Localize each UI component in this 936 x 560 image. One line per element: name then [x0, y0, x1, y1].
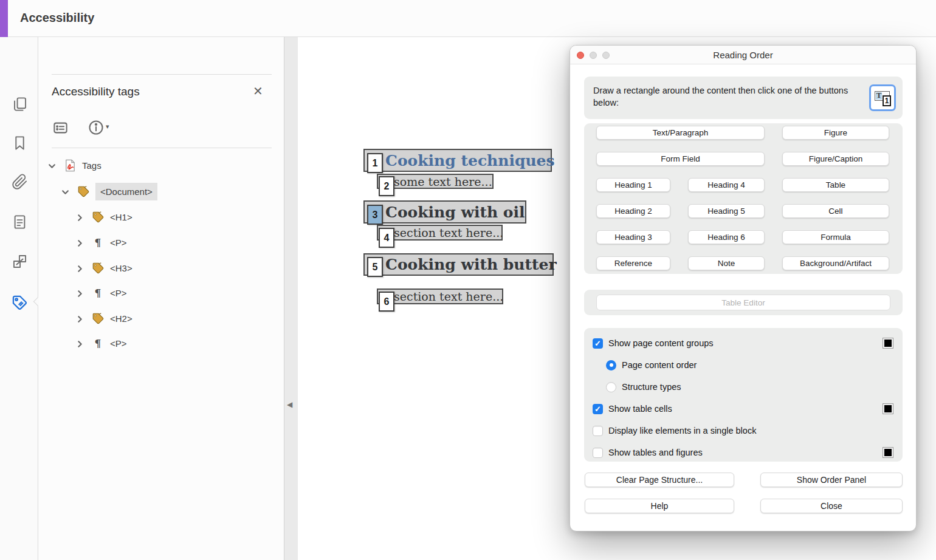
color-swatch[interactable] [883, 338, 893, 349]
option-label: Display like elements in a single block [608, 426, 756, 435]
heading-5-button[interactable]: Heading 5 [688, 204, 765, 218]
option-label: Show tables and figures [608, 448, 703, 457]
tree-label[interactable]: <H1> [110, 212, 132, 222]
tree-label-selected[interactable]: <Document> [95, 183, 157, 200]
chevron-right-icon[interactable] [76, 340, 84, 347]
content-icon[interactable] [11, 213, 28, 230]
tool-icon-letter: T [876, 92, 882, 100]
show-order-panel-button[interactable]: Show Order Panel [760, 473, 903, 487]
table-editor-button[interactable]: Table Editor [596, 295, 890, 310]
collapse-panel-icon[interactable]: ◀ [287, 400, 292, 409]
tree-row-tags[interactable]: Tags [48, 156, 102, 174]
tree-row-h1[interactable]: <H1> [76, 208, 132, 226]
reading-order-badge[interactable]: 2 [379, 176, 394, 196]
close-button[interactable]: Close [760, 499, 903, 513]
color-swatch[interactable] [883, 403, 893, 414]
reading-order-badge[interactable]: 4 [379, 228, 394, 248]
close-panel-icon[interactable]: ✕ [253, 84, 263, 98]
show-tables-figures-checkbox[interactable] [593, 448, 603, 458]
show-page-content-groups-checkbox[interactable]: ✓ [593, 338, 603, 349]
accessibility-tags-panel: Accessibility tags ✕ ▾ Tags <Document> [39, 37, 284, 560]
chevron-right-icon[interactable] [76, 289, 84, 297]
reading-order-badge[interactable]: 1 [367, 153, 383, 173]
panel-resize-gutter[interactable]: ◀ [284, 37, 298, 560]
divider [52, 148, 272, 148]
chevron-right-icon[interactable] [76, 239, 84, 247]
option-label: Show table cells [608, 404, 672, 414]
tag-options-icon[interactable] [52, 120, 69, 136]
page-content-order-radio[interactable] [606, 360, 616, 370]
form-field-button[interactable]: Form Field [596, 152, 765, 166]
option-row: ✓ Show page content groups [593, 332, 893, 354]
dialog-title: Reading Order [570, 50, 916, 60]
tree-row-p[interactable]: ¶ <P> [76, 233, 127, 251]
content-block-paragraph[interactable]: 4 section text here... [377, 225, 503, 241]
display-like-elements-checkbox[interactable] [593, 426, 603, 436]
figure-caption-button[interactable]: Figure/Caption [782, 152, 889, 166]
reading-order-badge-selected[interactable]: 3 [367, 205, 383, 225]
note-button[interactable]: Note [688, 256, 765, 270]
tree-label[interactable]: <P> [110, 237, 127, 248]
block-text: section text here... [378, 290, 503, 303]
table-button[interactable]: Table [782, 178, 889, 192]
tag-icon [76, 184, 91, 199]
tree-row-p[interactable]: ¶ <P> [76, 334, 127, 352]
option-row: ✓ Show table cells [593, 398, 893, 420]
background-artifact-button[interactable]: Background/Artifact [782, 256, 889, 270]
reading-order-tool-icon[interactable]: T 1 [869, 84, 896, 111]
order-icon[interactable] [11, 253, 28, 270]
info-icon[interactable] [88, 119, 105, 136]
page-thumbnails-icon[interactable] [11, 95, 28, 112]
tree-row-h3[interactable]: <H3> [76, 259, 132, 277]
paragraph-icon: ¶ [91, 336, 105, 350]
reading-order-badge[interactable]: 5 [367, 257, 383, 277]
tree-label[interactable]: <P> [110, 338, 127, 349]
chevron-right-icon[interactable] [76, 315, 84, 323]
tree-label[interactable]: <P> [110, 288, 127, 298]
content-block-paragraph[interactable]: 6 section text here... [377, 289, 503, 304]
content-block-paragraph[interactable]: 2 some text here... [377, 174, 494, 189]
reference-button[interactable]: Reference [596, 256, 670, 270]
clear-page-structure-button[interactable]: Clear Page Structure... [585, 473, 734, 487]
option-label: Structure types [622, 382, 681, 392]
instruction-text: Draw a rectangle around the content then… [593, 84, 848, 109]
cell-button[interactable]: Cell [782, 204, 889, 218]
heading-3-button[interactable]: Heading 3 [596, 230, 670, 244]
structure-types-radio[interactable] [606, 382, 616, 392]
tree-label[interactable]: <H2> [110, 313, 132, 324]
tree-label[interactable]: <H3> [110, 263, 132, 273]
accessibility-tags-icon[interactable] [11, 294, 28, 311]
figure-button[interactable]: Figure [782, 126, 889, 140]
tree-row-p[interactable]: ¶ <P> [76, 284, 127, 302]
tag-options-caret-icon[interactable]: ▾ [106, 123, 109, 131]
heading-2-button[interactable]: Heading 2 [596, 204, 670, 218]
tool-icon-number: 1 [883, 95, 891, 106]
option-row: Show tables and figures [593, 442, 893, 463]
formula-button[interactable]: Formula [782, 230, 889, 244]
chevron-down-icon[interactable] [48, 162, 56, 169]
option-row: Structure types [593, 376, 893, 398]
tree-row-document[interactable]: <Document> [61, 182, 157, 200]
attachments-icon[interactable] [11, 173, 28, 190]
bookmarks-icon[interactable] [11, 134, 28, 151]
reading-order-badge[interactable]: 6 [379, 292, 394, 312]
color-swatch[interactable] [883, 447, 893, 458]
chevron-down-icon[interactable] [61, 188, 69, 196]
acrobat-accessibility-window: Accessibility Accessibility tags ✕ ▾ [0, 0, 936, 560]
tag-icon [91, 311, 105, 326]
tree-label[interactable]: Tags [82, 160, 102, 171]
content-block-heading1[interactable]: 1 Cooking techniques [363, 149, 552, 172]
show-table-cells-checkbox[interactable]: ✓ [593, 404, 603, 414]
tree-row-h2[interactable]: <H2> [76, 309, 132, 327]
chevron-right-icon[interactable] [76, 213, 84, 221]
heading-1-button[interactable]: Heading 1 [596, 178, 670, 192]
heading-6-button[interactable]: Heading 6 [688, 230, 765, 244]
divider [52, 74, 272, 75]
chevron-right-icon[interactable] [76, 264, 84, 272]
help-button[interactable]: Help [585, 499, 734, 513]
content-block-heading2[interactable]: 5 Cooking with butter [363, 253, 554, 276]
dialog-titlebar[interactable]: Reading Order [570, 46, 916, 64]
text-paragraph-button[interactable]: Text/Paragraph [596, 126, 765, 140]
heading-4-button[interactable]: Heading 4 [688, 178, 765, 192]
content-block-heading3[interactable]: 3 Cooking with oil [363, 200, 526, 224]
